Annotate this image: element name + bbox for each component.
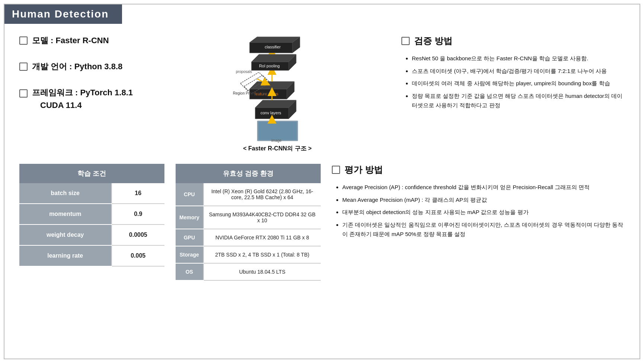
param-batch-size: batch size <box>19 183 112 204</box>
eval-bullets: Average Precision (AP) : confidence thre… <box>332 182 625 239</box>
eval-bullet-item: 대부분의 object detection의 성능 지표로 사용되는 mAP 값… <box>342 207 625 217</box>
header-bar: Human Detection <box>4 4 122 24</box>
table-row: Memory Samsung M393A4K40CB2-CTD DDR4 32 … <box>176 206 321 229</box>
param-momentum: momentum <box>19 204 112 225</box>
env-value-os: Ubuntu 18.04.5 LTS <box>204 263 321 280</box>
env-table-container: 유효성 검증 환경 CPU Intel (R) Xeon (R) Gold 62… <box>176 164 321 281</box>
value-learning-rate: 0.005 <box>112 245 165 266</box>
training-table-container: 학습 조건 batch size 16 momentum 0.9 <box>19 164 164 267</box>
bullet-item: 데이터셋의 여러 객체 중 사람에 해당하는 player, umpire의 b… <box>412 79 625 88</box>
faster-rcnn-diagram: conv layers feature maps proposals Regio… <box>229 35 326 143</box>
center-diagram-panel: conv layers feature maps proposals Regio… <box>161 35 394 153</box>
table-row: GPU NVIDIA GeForce RTX 2080 Ti 11 GB x 8 <box>176 229 321 246</box>
svg-marker-7 <box>250 82 294 89</box>
value-momentum: 0.9 <box>112 204 165 225</box>
image-label: image <box>271 138 282 143</box>
value-weight-decay: 0.0005 <box>112 225 165 245</box>
proposals-label: proposals <box>236 70 252 74</box>
table-row: batch size 16 <box>19 183 164 204</box>
env-value-memory: Samsung M393A4K40CB2-CTD DDR4 32 GB x 10 <box>204 206 321 229</box>
classifier-label: classifier <box>265 45 281 49</box>
verification-bullets: ResNet 50 을 backbone으로 하는 Faster R-CNN을 … <box>401 54 625 110</box>
env-label-cpu: CPU <box>176 183 204 206</box>
table-row: Storage 2TB SSD x 2, 4 TB SSD x 1 (Total… <box>176 246 321 263</box>
table-row: CPU Intel (R) Xeon (R) Gold 6242 (2.80 G… <box>176 183 321 206</box>
table-row: weight decay 0.0005 <box>19 225 164 245</box>
framework-item: 프레임워크 : PyTorch 1.8.1 CUDA 11.4 <box>19 87 161 110</box>
training-table: 학습 조건 batch size 16 momentum 0.9 <box>19 164 164 267</box>
bottom-section: 학습 조건 batch size 16 momentum 0.9 <box>4 160 640 288</box>
conv-layers-label: conv layers <box>260 111 281 115</box>
bullet-item: 스포츠 데이터셋 (야구, 배구)에서 학습/검증/평가 데이터를 7:2:1로… <box>412 66 625 76</box>
rpn-label: Region Proposal Network <box>233 91 275 95</box>
env-table-header: 유효성 검증 환경 <box>176 164 321 183</box>
verification-title: 검증 방법 <box>401 35 625 47</box>
env-table: 유효성 검증 환경 CPU Intel (R) Xeon (R) Gold 62… <box>176 164 321 281</box>
param-weight-decay: weight decay <box>19 225 112 245</box>
param-learning-rate: learning rate <box>19 245 112 266</box>
env-label-os: OS <box>176 263 204 280</box>
model-item: 모델 : Faster R-CNN <box>19 35 161 46</box>
model-label: 모델 : Faster R-CNN <box>32 35 109 46</box>
bullet-item: 정량 목표로 설정한 기준 값을 넘으면 해당 스포츠 데이터셋은 human … <box>412 91 625 110</box>
env-value-gpu: NVIDIA GeForce RTX 2080 Ti 11 GB x 8 <box>204 229 321 246</box>
env-value-cpu: Intel (R) Xeon (R) Gold 6242 (2.80 GHz, … <box>204 183 321 206</box>
value-batch-size: 16 <box>112 183 165 204</box>
eval-bullet-item: Mean Average Precision (mAP) : 각 클래스의 AP… <box>342 195 625 205</box>
top-content: 모델 : Faster R-CNN 개발 언어 : Python 3.8.8 프… <box>4 24 640 160</box>
env-label-gpu: GPU <box>176 229 204 246</box>
eval-bullet-item: Average Precision (AP) : confidence thre… <box>342 182 625 192</box>
table-row: momentum 0.9 <box>19 204 164 225</box>
bullet-item: ResNet 50 을 backbone으로 하는 Faster R-CNN을 … <box>412 54 625 63</box>
table-row: learning rate 0.005 <box>19 245 164 266</box>
checkbox-icon-lang <box>19 63 28 71</box>
checkbox-icon-eval <box>332 166 340 174</box>
svg-marker-4 <box>255 100 296 108</box>
svg-marker-15 <box>251 54 296 62</box>
language-label: 개발 언어 : Python 3.8.8 <box>32 61 122 72</box>
framework-label-line1: 프레임워크 : PyTorch 1.8.1 <box>32 87 133 98</box>
svg-rect-1 <box>258 122 297 140</box>
eval-bullet-item: 기존 데이터셋은 일상적인 움직임으로 이루어진 데이터셋이지만, 스포츠 데이… <box>342 220 625 239</box>
language-item: 개발 언어 : Python 3.8.8 <box>19 61 161 72</box>
eval-title: 평가 방법 <box>332 164 625 176</box>
env-label-storage: Storage <box>176 246 204 263</box>
eval-panel: 평가 방법 Average Precision (AP) : confidenc… <box>332 164 625 242</box>
page-title: Human Detection <box>12 8 109 20</box>
training-table-header: 학습 조건 <box>19 164 164 183</box>
svg-marker-18 <box>250 37 300 42</box>
checkbox-icon-framework <box>19 89 28 98</box>
roi-pooling-label: RoI pooling <box>259 64 280 68</box>
checkbox-icon-verify <box>401 37 410 45</box>
env-label-memory: Memory <box>176 206 204 229</box>
right-top-panel: 검증 방법 ResNet 50 을 backbone으로 하는 Faster R… <box>394 35 625 153</box>
checkbox-icon-model <box>19 36 28 45</box>
table-row: OS Ubuntu 18.04.5 LTS <box>176 263 321 280</box>
env-value-storage: 2TB SSD x 2, 4 TB SSD x 1 (Total: 8 TB) <box>204 246 321 263</box>
framework-label-line2: CUDA 11.4 <box>32 101 82 110</box>
diagram-caption: < Faster R-CNN의 구조 > <box>243 145 311 153</box>
left-panel: 모델 : Faster R-CNN 개발 언어 : Python 3.8.8 프… <box>19 35 161 153</box>
